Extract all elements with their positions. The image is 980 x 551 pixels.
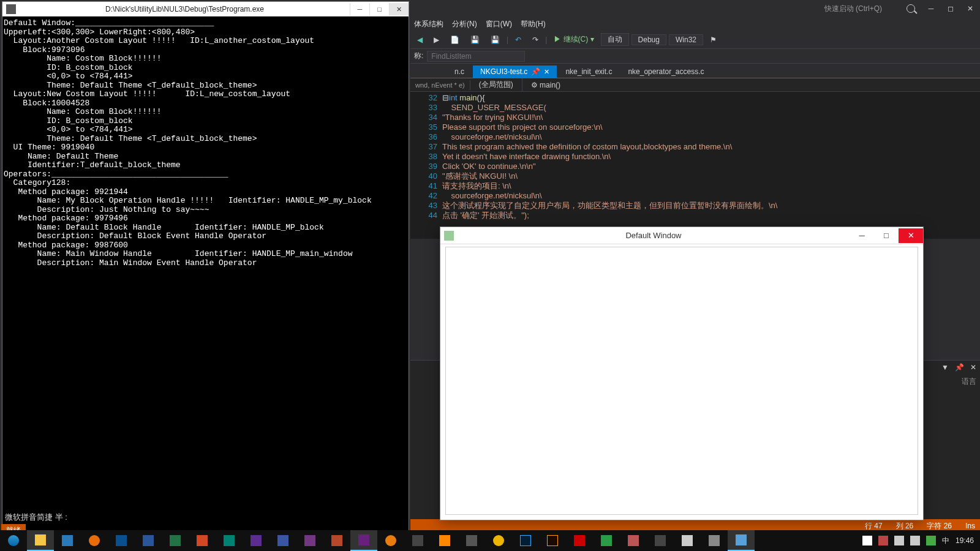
taskbar-powerpoint[interactable]	[189, 530, 216, 551]
vs-tabbar[interactable]: n.c NKGUI3-test.c📌✕ nke_init_exit.c nke_…	[410, 64, 980, 78]
vs-context-bar: wnd, nEvent * e) (全局范围) ⚙ main()	[410, 78, 980, 92]
status-col: 列 26	[896, 521, 914, 531]
menu-help[interactable]: 帮助(H)	[521, 19, 546, 29]
taskbar-publisher[interactable]	[216, 530, 243, 551]
popup-titlebar[interactable]: Default Window ─ □ ✕	[440, 227, 923, 244]
close-button[interactable]: ✕	[899, 228, 923, 243]
default-window: Default Window ─ □ ✕	[440, 227, 924, 520]
tray-battery-icon[interactable]	[910, 536, 920, 545]
tab-nke-init-exit[interactable]: nke_init_exit.c	[558, 66, 619, 78]
taskbar-chrome-canary[interactable]	[485, 530, 512, 551]
taskbar-ie[interactable]	[0, 530, 27, 551]
taskbar-grid[interactable]	[701, 530, 728, 551]
taskbar-monitor[interactable]	[728, 530, 755, 551]
new-file-icon[interactable]: 📄	[446, 34, 464, 46]
taskbar-compass[interactable]	[404, 530, 431, 551]
taskbar-desktop[interactable]	[54, 530, 81, 551]
taskbar[interactable]: 中 19:46	[0, 530, 980, 551]
taskbar-vlc[interactable]	[431, 530, 458, 551]
tray-time[interactable]: 19:46	[956, 536, 974, 545]
platform-dropdown[interactable]: Win32	[669, 34, 703, 45]
taskbar-7zip[interactable]	[647, 530, 674, 551]
tray-flag-icon[interactable]	[862, 536, 872, 545]
menu-analyze[interactable]: 分析(N)	[452, 19, 477, 29]
maximize-button[interactable]: □	[874, 228, 899, 243]
auto-dropdown[interactable]: 自动	[601, 33, 629, 46]
search-icon[interactable]	[907, 4, 915, 13]
tab-nc[interactable]: n.c	[447, 66, 472, 78]
console-output[interactable]: Default Window:_________________________…	[2, 17, 409, 270]
taskbar-blender[interactable]	[377, 530, 404, 551]
taskbar-calc[interactable]	[674, 530, 701, 551]
taskbar-lync[interactable]	[270, 530, 296, 551]
code-area[interactable]: ⊟int main(){ SEND_USER_MESSAGE( "Thanks …	[442, 92, 980, 239]
scope-dropdown[interactable]: (全局范围)	[470, 78, 522, 91]
vs-toolbar[interactable]: ◀ ▶ 📄 💾 💾 | ↶ ↷ | ▶ 继续(C) ▾ 自动 Debug Win…	[410, 31, 980, 49]
tray-network-icon[interactable]	[878, 536, 888, 545]
taskbar-explorer[interactable]	[27, 530, 54, 551]
save-all-icon[interactable]: 💾	[486, 34, 504, 46]
context-signature: wnd, nEvent * e)	[410, 80, 470, 90]
nav-fwd-icon[interactable]: ▶	[429, 34, 443, 46]
minimize-button[interactable]: ─	[921, 4, 941, 13]
continue-button[interactable]: ▶ 继续(C) ▾	[549, 32, 598, 47]
menu-window[interactable]: 窗口(W)	[486, 19, 512, 29]
close-button[interactable]: ✕	[389, 3, 409, 15]
pin-icon[interactable]: 📌	[955, 363, 964, 372]
save-icon[interactable]: 💾	[466, 34, 484, 46]
taskbar-pdf[interactable]	[566, 530, 593, 551]
find-label: 称:	[414, 51, 423, 61]
system-tray[interactable]: 中 19:46	[856, 536, 980, 546]
taskbar-visualstudio[interactable]	[350, 530, 377, 551]
vs-findbar: 称:	[410, 49, 980, 64]
code-editor[interactable]: 32333435363738394041424344 ⊟int main(){ …	[410, 92, 980, 239]
redo-icon[interactable]: ↷	[528, 34, 543, 46]
close-tab-icon[interactable]: ✕	[544, 68, 549, 76]
tray-shield-icon[interactable]	[926, 536, 936, 545]
config-dropdown[interactable]: Debug	[631, 34, 666, 45]
minimize-button[interactable]: ─	[350, 3, 369, 15]
vs-titlebar[interactable]: 快速启动 (Ctrl+Q) ─ ◻ ✕	[410, 0, 980, 17]
nav-back-icon[interactable]: ◀	[413, 34, 427, 46]
pin-icon[interactable]: 📌	[531, 67, 540, 76]
restore-button[interactable]: ◻	[941, 4, 960, 13]
popup-client-area[interactable]	[445, 247, 918, 515]
menu-architecture[interactable]: 体系结构	[414, 19, 443, 29]
app-icon	[6, 4, 16, 14]
tab-nke-operator-access[interactable]: nke_operator_access.c	[620, 66, 711, 78]
taskbar-onenote[interactable]	[243, 530, 270, 551]
status-ins: Ins	[965, 522, 975, 530]
console-window: D:\Nick'sUtilityLib\NUL3\Debug\TestProgr…	[2, 1, 409, 534]
flag-icon[interactable]: ⚑	[706, 34, 721, 46]
console-titlebar[interactable]: D:\Nick'sUtilityLib\NUL3\Debug\TestProgr…	[2, 2, 409, 17]
status-char: 字符 26	[927, 521, 952, 531]
undo-icon[interactable]: ↶	[511, 34, 526, 46]
taskbar-photoshop[interactable]	[512, 530, 539, 551]
taskbar-media[interactable]	[81, 530, 108, 551]
find-input[interactable]	[427, 51, 525, 62]
close-button[interactable]: ✕	[960, 4, 980, 13]
autohide-icon[interactable]: ▼	[941, 363, 949, 372]
line-gutter: 32333435363738394041424344	[410, 92, 442, 239]
taskbar-gamepad[interactable]	[458, 530, 485, 551]
function-dropdown[interactable]: ⚙ main()	[522, 80, 569, 91]
taskbar-onedrive[interactable]	[108, 530, 135, 551]
taskbar-infopath[interactable]	[296, 530, 323, 551]
taskbar-access[interactable]	[323, 530, 350, 551]
ime-status: 微软拼音简捷 半 :	[5, 512, 67, 523]
taskbar-foobar[interactable]	[620, 530, 647, 551]
panel-close-icon[interactable]: ✕	[970, 363, 976, 372]
tray-volume-icon[interactable]	[894, 536, 904, 545]
quick-launch-hint[interactable]: 快速启动 (Ctrl+Q)	[824, 4, 882, 14]
taskbar-excel[interactable]	[162, 530, 189, 551]
tray-lang[interactable]: 中	[942, 536, 949, 546]
taskbar-word[interactable]	[135, 530, 162, 551]
status-line: 行 47	[865, 521, 883, 531]
taskbar-utorrent[interactable]	[593, 530, 620, 551]
language-label: 语言	[962, 377, 976, 387]
vs-menubar[interactable]: 体系结构 分析(N) 窗口(W) 帮助(H)	[410, 17, 980, 31]
taskbar-bridge[interactable]	[539, 530, 566, 551]
tab-nkgui3-test[interactable]: NKGUI3-test.c📌✕	[473, 66, 557, 78]
minimize-button[interactable]: ─	[850, 228, 874, 243]
maximize-button[interactable]: □	[369, 3, 389, 15]
